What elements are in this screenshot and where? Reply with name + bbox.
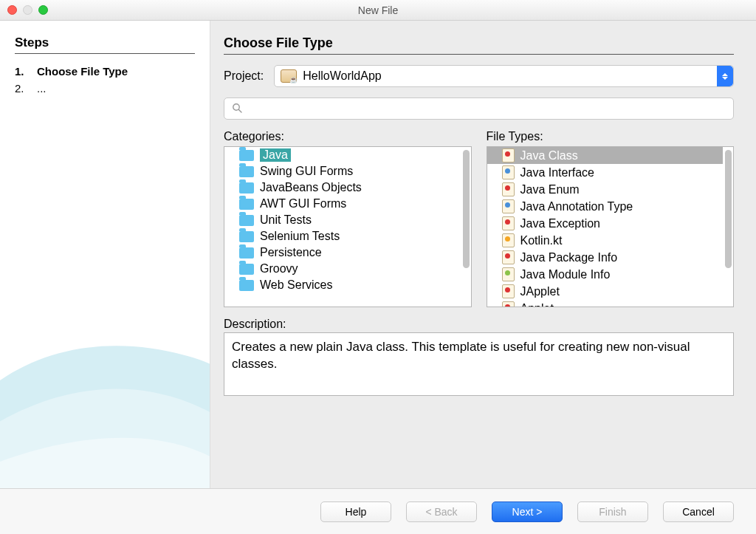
scrollbar[interactable] (725, 150, 732, 268)
back-button[interactable]: < Back (406, 502, 477, 522)
folder-icon (239, 231, 254, 242)
file-icon (502, 148, 515, 162)
folder-icon (239, 150, 254, 161)
scrollbar[interactable] (463, 150, 470, 268)
category-item[interactable]: JavaBeans Objects (224, 179, 461, 196)
filetype-label: Java Module Info (520, 268, 611, 281)
steps-heading: Steps (15, 35, 195, 54)
page-title: Choose File Type (224, 35, 734, 55)
folder-icon (239, 264, 254, 275)
filetype-label: JApplet (520, 285, 560, 298)
category-label: Selenium Tests (260, 230, 340, 243)
search-icon (232, 103, 242, 115)
project-value: HelloWorldApp (303, 69, 381, 83)
folder-icon (239, 182, 254, 194)
folder-icon (239, 215, 254, 226)
category-label: AWT GUI Forms (260, 197, 346, 210)
filetypes-label: File Types: (487, 130, 735, 143)
category-label: Groovy (260, 262, 298, 275)
cancel-button[interactable]: Cancel (663, 502, 734, 522)
filetypes-list[interactable]: Java Class Java Interface Java Enum Java… (487, 146, 735, 307)
filetype-label: Kotlin.kt (520, 234, 563, 247)
filetype-item[interactable]: Applet (487, 300, 724, 307)
finish-button[interactable]: Finish (577, 502, 648, 522)
category-item[interactable]: Swing GUI Forms (224, 163, 461, 179)
project-icon (281, 69, 297, 83)
filetype-item[interactable]: Java Package Info (487, 249, 724, 266)
step-label: ... (37, 82, 47, 95)
file-icon (502, 267, 515, 281)
file-icon (502, 301, 515, 307)
project-select[interactable]: HelloWorldApp (274, 65, 734, 87)
file-icon (502, 284, 515, 298)
category-item[interactable]: Unit Tests (224, 212, 461, 228)
filetype-label: Applet (520, 302, 554, 307)
folder-icon (239, 247, 254, 259)
filter-input[interactable] (224, 97, 734, 120)
filetype-label: Java Class (520, 149, 578, 162)
category-label: Java (260, 148, 291, 162)
description-label: Description: (224, 318, 734, 331)
svg-line-1 (238, 109, 241, 112)
category-item[interactable]: Persistence (224, 244, 461, 261)
filetype-label: Java Exception (520, 217, 601, 230)
category-label: Swing GUI Forms (260, 165, 353, 178)
category-label: Unit Tests (260, 213, 312, 227)
category-label: Persistence (260, 246, 322, 259)
file-icon (502, 199, 515, 213)
wizard-footer: Help < Back Next > Finish Cancel (0, 488, 756, 534)
folder-icon (239, 166, 254, 177)
filetype-item[interactable]: Java Annotation Type (487, 198, 724, 215)
file-icon (502, 216, 515, 230)
filetype-item-java-class[interactable]: Java Class (487, 147, 724, 164)
window-title: New File (0, 4, 756, 16)
filetype-item[interactable]: Java Enum (487, 181, 724, 198)
filter-text-field[interactable] (248, 103, 726, 115)
category-item[interactable]: AWT GUI Forms (224, 196, 461, 212)
file-icon (502, 165, 515, 179)
filetype-item[interactable]: JApplet (487, 283, 724, 300)
step-item-1: 1. Choose File Type (15, 63, 195, 80)
file-icon (502, 233, 515, 247)
file-icon (502, 182, 515, 196)
decorative-wave-icon (0, 304, 210, 488)
step-number: 1. (15, 65, 28, 78)
folder-icon (239, 199, 254, 210)
project-label: Project: (224, 69, 264, 83)
filetype-item[interactable]: Kotlin.kt (487, 232, 724, 249)
file-icon (502, 250, 515, 264)
step-number: 2. (15, 82, 28, 95)
category-label: Web Services (260, 278, 332, 292)
filetype-label: Java Package Info (520, 251, 618, 264)
titlebar: New File (0, 0, 756, 21)
next-button[interactable]: Next > (492, 502, 563, 522)
category-item[interactable]: Selenium Tests (224, 228, 461, 244)
filetype-label: Java Interface (520, 166, 595, 179)
wizard-sidebar: Steps 1. Choose File Type 2. ... (0, 21, 210, 488)
categories-list[interactable]: Java Swing GUI Forms JavaBeans Objects A… (224, 146, 472, 307)
filetype-item[interactable]: Java Exception (487, 215, 724, 232)
filetype-label: Java Enum (520, 183, 580, 196)
categories-label: Categories: (224, 130, 472, 143)
category-label: JavaBeans Objects (260, 181, 362, 194)
category-item[interactable]: Groovy (224, 261, 461, 277)
step-item-2: 2. ... (15, 80, 195, 97)
filetype-item[interactable]: Java Interface (487, 164, 724, 181)
steps-list: 1. Choose File Type 2. ... (15, 63, 195, 97)
folder-icon (239, 280, 254, 291)
description-text: Creates a new plain Java class. This tem… (224, 332, 734, 396)
step-label: Choose File Type (37, 65, 128, 78)
category-item[interactable]: Web Services (224, 277, 461, 293)
filetype-item[interactable]: Java Module Info (487, 266, 724, 283)
category-item-java[interactable]: Java (224, 147, 461, 163)
dropdown-chevron-icon (717, 66, 733, 86)
help-button[interactable]: Help (320, 502, 391, 522)
filetype-label: Java Annotation Type (520, 200, 633, 213)
